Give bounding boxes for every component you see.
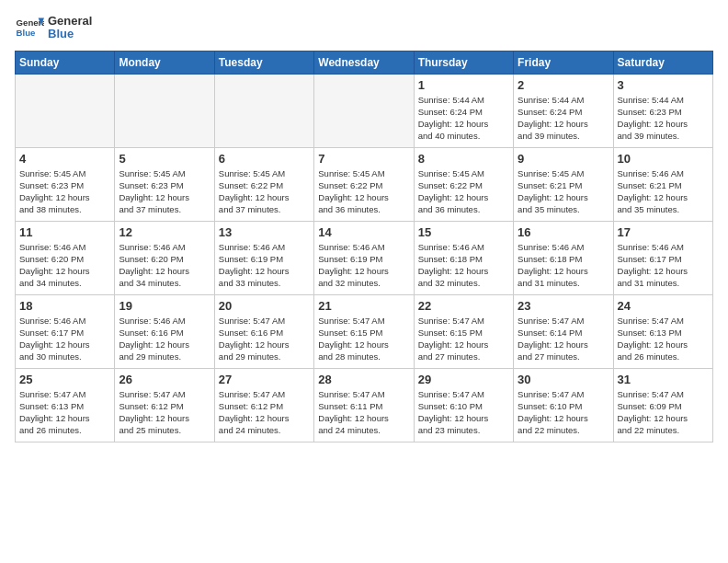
day-info: Sunrise: 5:47 AM Sunset: 6:10 PM Dayligh…: [418, 388, 509, 437]
calendar-cell: 7Sunrise: 5:45 AM Sunset: 6:22 PM Daylig…: [314, 147, 414, 221]
calendar-cell: 6Sunrise: 5:45 AM Sunset: 6:22 PM Daylig…: [214, 147, 313, 221]
calendar-week-2: 4Sunrise: 5:45 AM Sunset: 6:23 PM Daylig…: [16, 147, 713, 221]
day-number: 1: [418, 78, 509, 92]
day-info: Sunrise: 5:47 AM Sunset: 6:12 PM Dayligh…: [119, 388, 210, 437]
day-info: Sunrise: 5:46 AM Sunset: 6:19 PM Dayligh…: [219, 241, 310, 290]
day-info: Sunrise: 5:45 AM Sunset: 6:22 PM Dayligh…: [318, 167, 409, 216]
calendar-cell: 23Sunrise: 5:47 AM Sunset: 6:14 PM Dayli…: [514, 294, 613, 368]
day-number: 2: [518, 78, 609, 92]
calendar-week-4: 18Sunrise: 5:46 AM Sunset: 6:17 PM Dayli…: [16, 294, 713, 368]
calendar-cell: 15Sunrise: 5:46 AM Sunset: 6:18 PM Dayli…: [414, 221, 513, 294]
calendar-cell: 10Sunrise: 5:46 AM Sunset: 6:21 PM Dayli…: [613, 147, 712, 221]
day-info: Sunrise: 5:45 AM Sunset: 6:22 PM Dayligh…: [418, 167, 509, 216]
calendar-cell: 29Sunrise: 5:47 AM Sunset: 6:10 PM Dayli…: [414, 368, 513, 442]
day-number: 17: [618, 225, 709, 239]
day-number: 8: [418, 152, 509, 166]
weekday-header-tuesday: Tuesday: [214, 51, 313, 74]
day-info: Sunrise: 5:46 AM Sunset: 6:20 PM Dayligh…: [119, 241, 210, 290]
day-number: 30: [518, 373, 609, 386]
day-info: Sunrise: 5:46 AM Sunset: 6:16 PM Dayligh…: [119, 315, 210, 363]
day-info: Sunrise: 5:47 AM Sunset: 6:09 PM Dayligh…: [618, 388, 709, 437]
calendar-cell: 16Sunrise: 5:46 AM Sunset: 6:18 PM Dayli…: [514, 221, 613, 294]
day-info: Sunrise: 5:45 AM Sunset: 6:22 PM Dayligh…: [219, 167, 310, 216]
calendar-cell: 2Sunrise: 5:44 AM Sunset: 6:24 PM Daylig…: [514, 74, 613, 147]
calendar-cell: 19Sunrise: 5:46 AM Sunset: 6:16 PM Dayli…: [115, 294, 214, 368]
page-header: General Blue General Blue: [15, 15, 713, 41]
calendar-cell: 24Sunrise: 5:47 AM Sunset: 6:13 PM Dayli…: [613, 294, 712, 368]
calendar-cell: 27Sunrise: 5:47 AM Sunset: 6:12 PM Dayli…: [214, 368, 313, 442]
day-number: 10: [618, 152, 709, 166]
day-number: 24: [618, 299, 709, 313]
calendar-cell: 13Sunrise: 5:46 AM Sunset: 6:19 PM Dayli…: [214, 221, 313, 294]
calendar-cell: 30Sunrise: 5:47 AM Sunset: 6:10 PM Dayli…: [514, 368, 613, 442]
day-number: 18: [19, 299, 110, 313]
calendar-week-1: 1Sunrise: 5:44 AM Sunset: 6:24 PM Daylig…: [16, 74, 713, 147]
day-number: 6: [219, 152, 310, 166]
day-info: Sunrise: 5:46 AM Sunset: 6:18 PM Dayligh…: [418, 241, 509, 290]
calendar-week-3: 11Sunrise: 5:46 AM Sunset: 6:20 PM Dayli…: [16, 221, 713, 294]
day-number: 16: [518, 225, 609, 239]
calendar-cell: 26Sunrise: 5:47 AM Sunset: 6:12 PM Dayli…: [115, 368, 214, 442]
calendar-cell: 31Sunrise: 5:47 AM Sunset: 6:09 PM Dayli…: [613, 368, 712, 442]
calendar-cell: 22Sunrise: 5:47 AM Sunset: 6:15 PM Dayli…: [414, 294, 513, 368]
day-number: 28: [318, 373, 409, 386]
day-info: Sunrise: 5:46 AM Sunset: 6:21 PM Dayligh…: [618, 167, 709, 216]
day-number: 20: [219, 299, 310, 313]
day-info: Sunrise: 5:47 AM Sunset: 6:15 PM Dayligh…: [318, 315, 409, 363]
weekday-header-friday: Friday: [514, 51, 613, 74]
calendar-cell: [115, 74, 214, 147]
day-info: Sunrise: 5:47 AM Sunset: 6:13 PM Dayligh…: [19, 388, 110, 437]
calendar-cell: 9Sunrise: 5:45 AM Sunset: 6:21 PM Daylig…: [514, 147, 613, 221]
day-info: Sunrise: 5:47 AM Sunset: 6:11 PM Dayligh…: [318, 388, 409, 437]
day-number: 21: [318, 299, 409, 313]
day-info: Sunrise: 5:44 AM Sunset: 6:24 PM Dayligh…: [418, 94, 509, 143]
day-number: 12: [119, 225, 210, 239]
day-number: 9: [518, 152, 609, 166]
calendar-cell: 3Sunrise: 5:44 AM Sunset: 6:23 PM Daylig…: [613, 74, 712, 147]
day-number: 23: [518, 299, 609, 313]
day-number: 3: [618, 78, 709, 92]
weekday-header-sunday: Sunday: [16, 51, 115, 74]
calendar-cell: 28Sunrise: 5:47 AM Sunset: 6:11 PM Dayli…: [314, 368, 414, 442]
calendar-week-5: 25Sunrise: 5:47 AM Sunset: 6:13 PM Dayli…: [16, 368, 713, 442]
day-number: 19: [119, 299, 210, 313]
calendar-cell: 14Sunrise: 5:46 AM Sunset: 6:19 PM Dayli…: [314, 221, 414, 294]
calendar-table: SundayMondayTuesdayWednesdayThursdayFrid…: [15, 51, 713, 442]
day-info: Sunrise: 5:45 AM Sunset: 6:23 PM Dayligh…: [119, 167, 210, 216]
logo-general: General: [48, 15, 92, 28]
day-info: Sunrise: 5:45 AM Sunset: 6:23 PM Dayligh…: [19, 167, 110, 216]
svg-text:Blue: Blue: [17, 28, 36, 38]
calendar-cell: 20Sunrise: 5:47 AM Sunset: 6:16 PM Dayli…: [214, 294, 313, 368]
day-number: 4: [19, 152, 110, 166]
day-number: 15: [418, 225, 509, 239]
day-info: Sunrise: 5:47 AM Sunset: 6:14 PM Dayligh…: [518, 315, 609, 363]
day-info: Sunrise: 5:46 AM Sunset: 6:18 PM Dayligh…: [518, 241, 609, 290]
calendar-cell: 1Sunrise: 5:44 AM Sunset: 6:24 PM Daylig…: [414, 74, 513, 147]
calendar-cell: 11Sunrise: 5:46 AM Sunset: 6:20 PM Dayli…: [16, 221, 115, 294]
calendar-cell: [314, 74, 414, 147]
weekday-header-saturday: Saturday: [613, 51, 712, 74]
calendar-cell: 17Sunrise: 5:46 AM Sunset: 6:17 PM Dayli…: [613, 221, 712, 294]
day-info: Sunrise: 5:47 AM Sunset: 6:13 PM Dayligh…: [618, 315, 709, 363]
day-info: Sunrise: 5:47 AM Sunset: 6:10 PM Dayligh…: [518, 388, 609, 437]
day-info: Sunrise: 5:47 AM Sunset: 6:12 PM Dayligh…: [219, 388, 310, 437]
day-info: Sunrise: 5:47 AM Sunset: 6:15 PM Dayligh…: [418, 315, 509, 363]
logo-icon: General Blue: [15, 15, 44, 40]
logo-blue: Blue: [48, 28, 92, 40]
calendar-cell: 5Sunrise: 5:45 AM Sunset: 6:23 PM Daylig…: [115, 147, 214, 221]
calendar-cell: 4Sunrise: 5:45 AM Sunset: 6:23 PM Daylig…: [16, 147, 115, 221]
day-number: 11: [19, 225, 110, 239]
logo: General Blue General Blue: [15, 15, 92, 41]
day-number: 14: [318, 225, 409, 239]
day-info: Sunrise: 5:44 AM Sunset: 6:23 PM Dayligh…: [618, 94, 709, 143]
weekday-header-thursday: Thursday: [414, 51, 513, 74]
day-number: 7: [318, 152, 409, 166]
calendar-cell: 8Sunrise: 5:45 AM Sunset: 6:22 PM Daylig…: [414, 147, 513, 221]
day-info: Sunrise: 5:46 AM Sunset: 6:17 PM Dayligh…: [19, 315, 110, 363]
day-number: 13: [219, 225, 310, 239]
day-info: Sunrise: 5:45 AM Sunset: 6:21 PM Dayligh…: [518, 167, 609, 216]
calendar-cell: [214, 74, 313, 147]
day-info: Sunrise: 5:46 AM Sunset: 6:17 PM Dayligh…: [618, 241, 709, 290]
calendar-cell: [16, 74, 115, 147]
calendar-cell: 12Sunrise: 5:46 AM Sunset: 6:20 PM Dayli…: [115, 221, 214, 294]
